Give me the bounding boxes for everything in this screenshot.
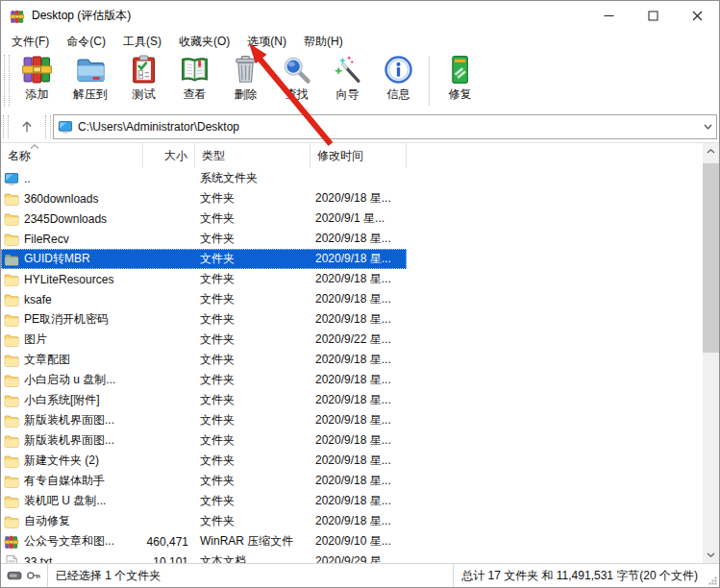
menu-item-6[interactable]: 帮助(H)	[295, 31, 352, 53]
view-button[interactable]: 查看	[169, 52, 220, 103]
repair-toolbar-icon	[444, 54, 476, 86]
desktop-icon	[4, 171, 19, 186]
folder-sel-icon	[4, 252, 19, 267]
file-row[interactable]: PE取消开机密码 文件夹 2020/9/18 星...	[1, 309, 703, 330]
title-bar: Desktop (评估版本)	[1, 1, 719, 31]
file-row[interactable]: GUID转MBR 文件夹 2020/9/18 星...	[1, 249, 407, 269]
scroll-down-button[interactable]	[703, 547, 719, 563]
resize-grip[interactable]	[706, 564, 719, 587]
file-row[interactable]: 小白启动 u 盘制... 文件夹 2020/9/18 星...	[1, 370, 703, 390]
folder-icon	[4, 211, 19, 227]
vertical-scrollbar[interactable]	[703, 143, 719, 563]
column-header-type[interactable]: 类型	[195, 143, 310, 168]
file-row[interactable]: 新版装机界面图... 文件夹 2020/9/18 星...	[1, 430, 703, 451]
toolbar-separator	[429, 56, 430, 106]
address-gripper[interactable]	[3, 115, 9, 138]
status-totals: 总计 17 文件夹 和 11,491,531 字节(20 个文件)	[454, 564, 719, 587]
file-row[interactable]: 有专自媒体助手 文件夹 2020/9/18 星...	[1, 471, 703, 491]
file-list-body: .. 系统文件夹 360downloads 文件夹 2020/9/18 星...…	[1, 168, 703, 563]
folder-icon	[4, 272, 19, 287]
folder-icon	[4, 373, 19, 388]
menu-item-4[interactable]: 收藏夹(O)	[170, 31, 238, 53]
file-row[interactable]: 装机吧 U 盘制... 文件夹 2020/9/18 星...	[1, 491, 703, 511]
address-path[interactable]: C:\Users\Administrator\Desktop	[78, 120, 700, 134]
file-row[interactable]: 公众号文章和图... 460,471 WinRAR 压缩文件 2020/9/10…	[1, 531, 703, 551]
find-button[interactable]: 查找	[271, 52, 322, 103]
file-row[interactable]: 2345Downloads 文件夹 2020/9/1 星...	[1, 208, 703, 229]
file-row[interactable]: 文章配图 文件夹 2020/9/18 星...	[1, 350, 703, 370]
column-header-date[interactable]: 修改时间	[310, 143, 407, 168]
address-gripper-2[interactable]	[45, 115, 51, 138]
folder-icon	[4, 514, 19, 529]
test-button[interactable]: 测试	[118, 52, 169, 103]
winrar-app-icon	[10, 9, 25, 24]
close-button[interactable]	[675, 1, 719, 31]
folder-icon	[4, 353, 19, 368]
chevron-down-icon	[704, 124, 712, 130]
wizard-toolbar-icon	[332, 54, 363, 86]
file-row[interactable]: 自动修复 文件夹 2020/9/18 星...	[1, 511, 703, 531]
column-header-name[interactable]: 名称	[1, 143, 143, 168]
chevron-up-icon	[707, 149, 715, 154]
folder-icon	[4, 494, 19, 509]
delete-button[interactable]: 删除	[220, 52, 271, 103]
file-row[interactable]: 33.txt 10,101 文本文档 2020/9/29 星...	[1, 551, 703, 563]
menu-item-1[interactable]: 文件(F)	[3, 31, 58, 53]
menu-item-2[interactable]: 命令(C)	[58, 31, 114, 53]
status-icons	[1, 564, 47, 587]
rar-icon	[4, 534, 19, 550]
file-row[interactable]: ksafe 文件夹 2020/9/18 星...	[1, 289, 703, 309]
file-row[interactable]: FileRecv 文件夹 2020/9/18 星...	[1, 229, 703, 249]
disk-icon[interactable]	[7, 568, 22, 583]
window-title: Desktop (评估版本)	[32, 8, 586, 24]
menu-item-5[interactable]: 选项(N)	[238, 31, 295, 53]
totals-status-text: 总计 17 文件夹 和 11,491,531 字节(20 个文件)	[454, 568, 706, 584]
view-toolbar-icon	[179, 54, 211, 86]
test-toolbar-icon	[128, 54, 160, 86]
address-combobox[interactable]: C:\Users\Administrator\Desktop	[53, 114, 717, 139]
file-row[interactable]: 新建文件夹 (2) 文件夹 2020/9/18 星...	[1, 451, 703, 471]
desktop-icon	[58, 119, 73, 135]
extract-button[interactable]: 解压到	[62, 52, 118, 103]
file-row[interactable]: 图片 文件夹 2020/9/22 星...	[1, 330, 703, 350]
winrar-window: Desktop (评估版本) 文件(F)命令(C)工具(S)收藏夹(O)选项(N…	[0, 0, 720, 588]
file-row[interactable]: 小白系统[附件] 文件夹 2020/9/18 星...	[1, 390, 703, 410]
folder-icon	[4, 191, 19, 207]
scrollbar-thumb[interactable]	[703, 163, 719, 353]
repair-button[interactable]: 修复	[434, 52, 485, 103]
folder-icon	[4, 232, 19, 247]
file-row[interactable]: .. 系统文件夹	[1, 168, 703, 188]
find-toolbar-icon	[281, 54, 312, 86]
minimize-button[interactable]	[586, 1, 631, 31]
folder-icon	[4, 474, 19, 489]
folder-icon	[4, 453, 19, 469]
file-row[interactable]: 360downloads 文件夹 2020/9/18 星...	[1, 188, 703, 208]
up-directory-button[interactable]	[11, 114, 43, 139]
file-row[interactable]: 新版装机界面图... 文件夹 2020/9/18 星...	[1, 410, 703, 430]
toolbar-gripper[interactable]	[4, 55, 10, 107]
maximize-button[interactable]	[631, 1, 675, 31]
add-button[interactable]: 添加	[12, 52, 62, 103]
folder-icon	[4, 413, 19, 429]
folder-icon	[4, 393, 19, 408]
info-button[interactable]: 信息	[373, 52, 424, 103]
chevron-down-icon	[707, 552, 715, 557]
file-row[interactable]: HYLiteResources 文件夹 2020/9/18 星...	[1, 269, 703, 289]
add-toolbar-icon	[21, 54, 53, 86]
column-header-size[interactable]: 大小	[143, 143, 195, 168]
folder-icon	[4, 332, 19, 348]
scroll-up-button[interactable]	[703, 143, 719, 159]
folder-icon	[4, 312, 19, 328]
resize-grip-icon	[708, 576, 717, 585]
menu-item-3[interactable]: 工具(S)	[114, 31, 170, 53]
sort-ascending-icon	[30, 144, 39, 149]
selection-status-text: 已经选择 1 个文件夹	[48, 568, 453, 584]
address-dropdown-button[interactable]	[700, 115, 716, 138]
menu-bar: 文件(F)命令(C)工具(S)收藏夹(O)选项(N)帮助(H)	[1, 31, 719, 52]
txt-icon	[4, 554, 19, 564]
address-row: C:\Users\Administrator\Desktop	[1, 111, 719, 142]
column-headers: 名称 大小 类型 修改时间	[1, 143, 719, 168]
wizard-button[interactable]: 向导	[322, 52, 373, 103]
key-icon[interactable]	[26, 568, 41, 583]
extract-toolbar-icon	[75, 54, 107, 86]
